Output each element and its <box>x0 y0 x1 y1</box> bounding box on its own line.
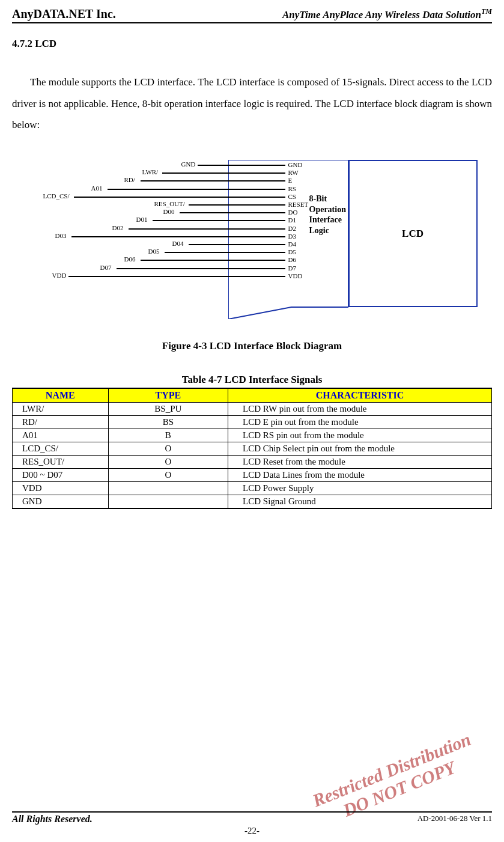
cell-type: O <box>108 442 228 456</box>
signal-label: D07 <box>100 264 112 271</box>
pin-label: D7 <box>288 264 296 272</box>
footer-line: All Rights Reserved. AD-2001-06-28 Ver 1… <box>12 811 492 825</box>
cell-type: BS <box>108 416 228 429</box>
figure-caption: Figure 4-3 LCD Interface Block Diagram <box>12 340 492 352</box>
signal-line <box>180 212 285 213</box>
signal-line <box>141 260 285 261</box>
section-heading: 4.7.2 LCD <box>12 38 492 50</box>
signal-line <box>129 228 285 230</box>
signal-label: D01 <box>136 216 148 223</box>
footer-right: AD-2001-06-28 Ver 1.1 <box>417 814 492 825</box>
body-paragraph: The module supports the LCD interface. T… <box>12 72 492 136</box>
watermark-line1: Restricted Distribution <box>310 729 474 811</box>
th-characteristic: CHARACTERISTIC <box>228 388 492 403</box>
pin-label: D6 <box>288 256 296 263</box>
table-row: A01BLCD RS pin out from the module <box>13 429 492 442</box>
signals-table: NAME TYPE CHARACTERISTIC LWR/BS_PULCD RW… <box>12 388 492 509</box>
cell-characteristic: LCD Power Supply <box>228 482 492 495</box>
signal-line <box>68 276 285 277</box>
signal-label: D04 <box>172 240 184 247</box>
table-row: RES_OUT/OLCD Reset from the module <box>13 456 492 469</box>
cell-name: LWR/ <box>13 403 109 416</box>
pin-label: D1 <box>288 216 296 224</box>
signal-label: D05 <box>148 248 160 255</box>
pin-label: D5 <box>288 248 296 255</box>
th-type: TYPE <box>108 388 228 403</box>
cell-characteristic: LCD Chip Select pin out from the module <box>228 442 492 456</box>
cell-characteristic: LCD E pin out from the module <box>228 416 492 429</box>
company-name: AnyDATA.NET Inc. <box>12 7 116 21</box>
block-diagram: LCD 8-Bit Operation Interface Logic GNDG… <box>12 154 492 322</box>
signal-line <box>162 172 285 174</box>
table-row: RD/BSLCD E pin out from the module <box>13 416 492 429</box>
signal-label: GND <box>181 160 196 168</box>
th-name: NAME <box>13 388 109 403</box>
signal-label: VDD <box>52 272 67 279</box>
table-row: LWR/BS_PULCD RW pin out from the module <box>13 403 492 416</box>
cell-characteristic: LCD Signal Ground <box>228 495 492 509</box>
table-row: LCD_CS/OLCD Chip Select pin out from the… <box>13 442 492 456</box>
signal-line <box>189 244 285 245</box>
signal-label: LWR/ <box>142 168 159 175</box>
signal-label: D02 <box>112 224 124 231</box>
table-row: VDDLCD Power Supply <box>13 482 492 495</box>
tagline-text: AnyTime AnyPlace Any Wireless Data Solut… <box>282 9 481 20</box>
logic-line2: Operation <box>309 204 346 215</box>
cell-characteristic: LCD RW pin out from the module <box>228 403 492 416</box>
page-number: -22- <box>12 826 492 836</box>
signal-label: D03 <box>55 232 67 239</box>
cell-type <box>108 482 228 495</box>
signal-line <box>189 204 285 206</box>
table-row: GNDLCD Signal Ground <box>13 495 492 509</box>
table-row: D00 ~ D07OLCD Data Lines from the module <box>13 469 492 482</box>
cell-name: D00 ~ D07 <box>13 469 109 482</box>
logic-line3: Interface <box>309 215 346 225</box>
page-header: AnyDATA.NET Inc. AnyTime AnyPlace Any Wi… <box>12 7 492 23</box>
tagline: AnyTime AnyPlace Any Wireless Data Solut… <box>282 7 492 21</box>
signal-label: A01 <box>91 185 103 192</box>
pin-label: E <box>288 177 293 184</box>
cell-characteristic: LCD RS pin out from the module <box>228 429 492 442</box>
signal-line <box>71 236 285 237</box>
lcd-box: LCD <box>348 160 478 307</box>
pin-label: D3 <box>288 233 296 240</box>
table-head: NAME TYPE CHARACTERISTIC <box>13 388 492 403</box>
diagram-canvas: LCD 8-Bit Operation Interface Logic GNDG… <box>21 154 484 322</box>
pin-label: CS <box>288 193 296 200</box>
logic-line1: 8-Bit <box>309 194 346 204</box>
pin-label: RS <box>288 185 296 192</box>
pin-label: GND <box>288 161 303 168</box>
signal-line <box>141 180 285 182</box>
footer-left: All Rights Reserved. <box>12 814 93 825</box>
cell-name: RES_OUT/ <box>13 456 109 469</box>
cell-name: A01 <box>13 429 109 442</box>
signal-label: D06 <box>124 255 136 263</box>
tagline-tm: TM <box>481 7 492 16</box>
cell-type: B <box>108 429 228 442</box>
signal-line <box>74 197 285 198</box>
pin-label: D2 <box>288 225 296 232</box>
cell-name: RD/ <box>13 416 109 429</box>
lcd-label: LCD <box>402 228 424 240</box>
signal-label: D00 <box>163 208 175 215</box>
pin-label: RW <box>288 169 299 176</box>
table-header-row: NAME TYPE CHARACTERISTIC <box>13 388 492 403</box>
signal-label: RES_OUT/ <box>154 200 185 207</box>
signal-line <box>165 252 285 253</box>
table-caption: Table 4-7 LCD Interface Signals <box>12 374 492 386</box>
signal-line <box>198 165 285 166</box>
signal-label: RD/ <box>124 176 135 183</box>
cell-characteristic: LCD Data Lines from the module <box>228 469 492 482</box>
cell-type: BS_PU <box>108 403 228 416</box>
pin-label: D4 <box>288 240 296 248</box>
signal-line <box>153 220 285 221</box>
pin-label: DO <box>288 209 298 216</box>
page-footer: All Rights Reserved. AD-2001-06-28 Ver 1… <box>12 811 492 836</box>
signal-line <box>108 189 285 190</box>
signal-label: LCD_CS/ <box>43 192 70 200</box>
cell-type <box>108 495 228 509</box>
cell-name: VDD <box>13 482 109 495</box>
cell-type: O <box>108 456 228 469</box>
pin-label: RESET <box>288 201 309 208</box>
logic-label: 8-Bit Operation Interface Logic <box>309 194 346 236</box>
